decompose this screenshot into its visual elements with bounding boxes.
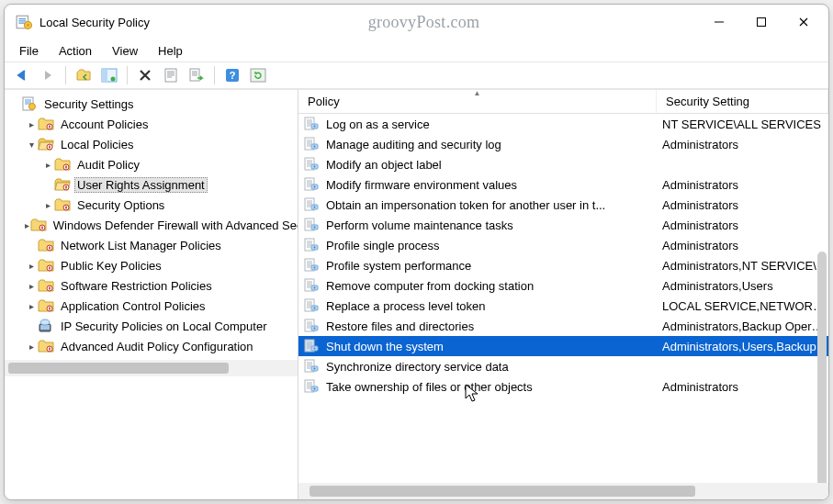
policy-row[interactable]: Profile system performanceAdministrators… bbox=[298, 255, 828, 275]
column-header-policy[interactable]: Policy ▲ bbox=[298, 90, 657, 113]
menu-action[interactable]: Action bbox=[50, 42, 101, 60]
svg-point-74 bbox=[314, 348, 316, 350]
policy-name: Remove computer from docking station bbox=[326, 279, 534, 293]
policy-row[interactable]: Shut down the systemAdministrators,Users… bbox=[298, 336, 828, 356]
tree-item[interactable]: ▸Audit Policy bbox=[5, 154, 298, 174]
tree-item-label: Audit Policy bbox=[74, 157, 142, 173]
tree-item[interactable]: Network List Manager Policies bbox=[5, 235, 298, 255]
list-body[interactable]: Log on as a serviceNT SERVICE\ALL SERVIC… bbox=[298, 114, 828, 483]
svg-rect-33 bbox=[49, 308, 51, 310]
svg-rect-11 bbox=[251, 69, 265, 82]
svg-rect-21 bbox=[65, 186, 67, 189]
tree-item-label: Application Control Policies bbox=[58, 298, 208, 314]
tree-twisty-icon[interactable]: ▸ bbox=[41, 200, 54, 210]
menu-help[interactable]: Help bbox=[149, 42, 192, 60]
policy-row[interactable]: Manage auditing and security logAdminist… bbox=[298, 134, 828, 154]
tree-item[interactable]: ▸Security Options bbox=[5, 195, 298, 215]
tree-twisty-icon[interactable]: ▸ bbox=[25, 301, 38, 311]
policy-row[interactable]: Obtain an impersonation token for anothe… bbox=[298, 195, 828, 215]
policy-name: Take ownership of files or other objects bbox=[326, 380, 533, 394]
svg-point-62 bbox=[314, 267, 316, 269]
policy-row[interactable]: Replace a process level tokenLOCAL SERVI… bbox=[298, 296, 828, 316]
tree-pane[interactable]: Security Settings▸Account Policies▾Local… bbox=[5, 90, 298, 499]
show-hide-tree-button[interactable] bbox=[97, 64, 121, 86]
tree-item[interactable]: ▸Software Restriction Policies bbox=[5, 275, 298, 296]
watermark: groovyPost.com bbox=[150, 13, 698, 32]
tree-item-label: IP Security Policies on Local Computer bbox=[58, 319, 269, 334]
policy-row[interactable]: Restore files and directoriesAdministrat… bbox=[298, 316, 828, 336]
list-vscrollbar[interactable] bbox=[817, 252, 827, 483]
tree-hscrollbar[interactable] bbox=[5, 360, 298, 376]
maximize-button[interactable] bbox=[740, 7, 782, 37]
tree-item-label: Account Policies bbox=[58, 117, 151, 132]
svg-point-80 bbox=[314, 388, 316, 390]
tree-item[interactable]: ▸Public Key Policies bbox=[5, 255, 298, 275]
tree-item[interactable]: User Rights Assignment bbox=[5, 174, 298, 195]
tree-twisty-icon[interactable]: ▸ bbox=[25, 342, 38, 352]
policy-icon bbox=[304, 278, 321, 293]
policy-name: Perform volume maintenance tasks bbox=[326, 218, 513, 232]
list-hscrollbar[interactable] bbox=[298, 483, 828, 499]
refresh-button[interactable] bbox=[246, 64, 270, 86]
tree-item[interactable]: ▸Account Policies bbox=[5, 114, 298, 134]
folder-icon bbox=[38, 137, 54, 151]
forward-button[interactable] bbox=[36, 64, 60, 86]
tree-twisty-icon[interactable]: ▸ bbox=[25, 119, 38, 129]
tree-root-security-settings[interactable]: Security Settings bbox=[5, 94, 298, 114]
help-button[interactable]: ? bbox=[220, 64, 244, 86]
folder-icon bbox=[54, 177, 71, 192]
up-button[interactable] bbox=[72, 64, 96, 86]
tree-twisty-icon[interactable]: ▸ bbox=[25, 281, 38, 291]
svg-point-56 bbox=[314, 227, 316, 229]
policy-name: Synchronize directory service data bbox=[326, 360, 509, 374]
titlebar[interactable]: Local Security Policy groovyPost.com bbox=[5, 5, 828, 39]
tree-twisty-icon[interactable]: ▾ bbox=[25, 140, 38, 150]
folder-icon bbox=[21, 96, 38, 111]
tree-item[interactable]: ▸Advanced Audit Policy Configuration bbox=[5, 336, 298, 356]
tree-item[interactable]: ▸Application Control Policies bbox=[5, 296, 298, 316]
svg-rect-25 bbox=[41, 227, 43, 230]
policy-row[interactable]: Remove computer from docking stationAdmi… bbox=[298, 275, 828, 296]
policy-name: Replace a process level token bbox=[326, 299, 485, 313]
policy-row[interactable]: Take ownership of files or other objects… bbox=[298, 376, 828, 397]
delete-button[interactable] bbox=[133, 64, 157, 86]
policy-row[interactable]: Perform volume maintenance tasksAdminist… bbox=[298, 215, 828, 235]
policy-name: Profile single process bbox=[326, 239, 440, 252]
svg-point-59 bbox=[314, 247, 316, 249]
policy-name: Shut down the system bbox=[326, 340, 444, 353]
tree-item-label: Windows Defender Firewall with Advanced … bbox=[51, 218, 298, 233]
svg-point-44 bbox=[314, 146, 316, 148]
export-button[interactable] bbox=[185, 64, 208, 86]
menu-view[interactable]: View bbox=[103, 42, 147, 60]
policy-row[interactable]: Log on as a serviceNT SERVICE\ALL SERVIC… bbox=[298, 114, 828, 134]
column-header-setting[interactable]: Security Setting bbox=[657, 90, 828, 113]
window: Local Security Policy groovyPost.com Fil… bbox=[4, 4, 829, 500]
folder-icon bbox=[38, 298, 54, 313]
tree-item-label: Public Key Policies bbox=[58, 258, 164, 274]
policy-row[interactable]: Modify firmware environment valuesAdmini… bbox=[298, 174, 828, 195]
folder-icon bbox=[38, 238, 54, 252]
policy-name: Restore files and directories bbox=[326, 319, 474, 333]
policy-name: Manage auditing and security log bbox=[326, 138, 501, 151]
policy-setting: LOCAL SERVICE,NETWORK SERVICE bbox=[657, 299, 828, 313]
tree-item[interactable]: ▾Local Policies bbox=[5, 134, 298, 154]
svg-text:?: ? bbox=[230, 70, 236, 81]
policy-row[interactable]: Modify an object label bbox=[298, 154, 828, 174]
policy-name: Modify firmware environment values bbox=[326, 178, 517, 192]
properties-button[interactable] bbox=[159, 64, 183, 86]
folder-icon bbox=[38, 278, 54, 293]
minimize-button[interactable] bbox=[698, 7, 740, 37]
svg-point-50 bbox=[314, 186, 316, 188]
policy-row[interactable]: Profile single processAdministrators bbox=[298, 235, 828, 255]
close-button[interactable] bbox=[782, 7, 825, 37]
menu-file[interactable]: File bbox=[10, 42, 48, 60]
policy-row[interactable]: Synchronize directory service data bbox=[298, 356, 828, 376]
folder-icon bbox=[38, 117, 54, 131]
tree-item[interactable]: IP Security Policies on Local Computer bbox=[5, 316, 298, 336]
content: Security Settings▸Account Policies▾Local… bbox=[5, 89, 828, 499]
column-header-policy-label: Policy bbox=[308, 95, 340, 108]
tree-twisty-icon[interactable]: ▸ bbox=[25, 261, 38, 271]
tree-item[interactable]: ▸Windows Defender Firewall with Advanced… bbox=[5, 215, 298, 235]
tree-twisty-icon[interactable]: ▸ bbox=[41, 160, 54, 170]
back-button[interactable] bbox=[10, 64, 34, 86]
